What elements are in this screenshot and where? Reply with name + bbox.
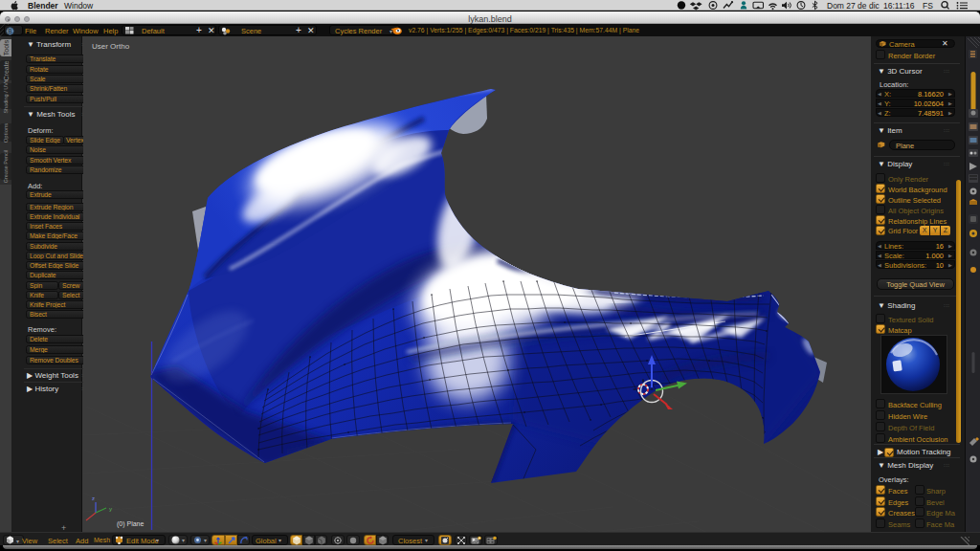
svg-text:B: B (8, 28, 12, 34)
svg-text:(0) Plane: (0) Plane (117, 520, 145, 528)
svg-text:z: z (92, 496, 95, 501)
svg-text:Dom 27 de dic: Dom 27 de dic (827, 1, 880, 11)
svg-text:16:11:16: 16:11:16 (883, 1, 915, 11)
svg-text:User Ortho: User Ortho (92, 42, 130, 51)
svg-text:y: y (109, 506, 112, 512)
svg-text:FS: FS (923, 1, 933, 11)
